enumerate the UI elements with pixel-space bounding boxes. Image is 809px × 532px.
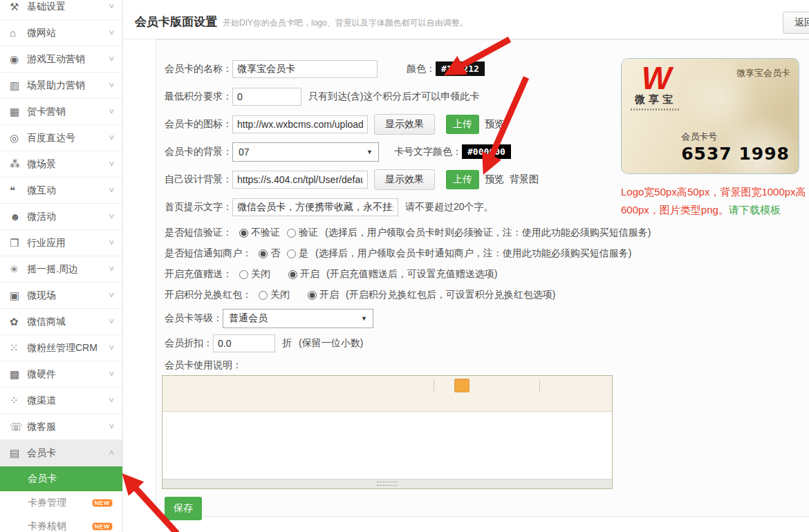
editor-resize-handle[interactable] bbox=[162, 479, 612, 488]
sidebar-item-micro-hardware[interactable]: ▩ 微硬件 ˅ bbox=[0, 361, 122, 388]
name-color-swatch[interactable]: #121212 bbox=[436, 61, 485, 76]
insert-hr-icon[interactable] bbox=[521, 379, 536, 392]
icon-preview-link[interactable]: 预览 bbox=[485, 118, 504, 131]
chevron-icon: ˅ bbox=[109, 369, 114, 379]
back-button[interactable]: 返回 bbox=[783, 12, 809, 34]
bg-show-effect-button[interactable]: 显示效果 bbox=[374, 169, 435, 190]
sidebar-item-micro-website[interactable]: ⌂ 微网站 ˅ bbox=[0, 20, 122, 46]
paste-text-icon[interactable] bbox=[232, 379, 248, 392]
align-center-icon[interactable] bbox=[560, 379, 575, 392]
min-points-input[interactable] bbox=[232, 88, 301, 106]
format-brush-icon[interactable] bbox=[266, 379, 281, 392]
sms-verify-radio-no[interactable] bbox=[239, 229, 248, 238]
sidebar-item-wechat-mall[interactable]: ✿ 微信商城 ˅ bbox=[0, 309, 122, 335]
font-family-icon[interactable] bbox=[332, 379, 347, 392]
paste-word-icon[interactable] bbox=[249, 379, 264, 392]
unlink-icon[interactable] bbox=[216, 395, 231, 408]
sidebar-item-scene-marketing[interactable]: ▥ 场景助力营销 ˅ bbox=[0, 73, 122, 99]
home-tip-input[interactable] bbox=[232, 198, 398, 216]
font-size-icon[interactable] bbox=[348, 379, 364, 392]
ordered-list-icon[interactable] bbox=[166, 395, 181, 408]
apps-icon: ❐ bbox=[10, 237, 27, 249]
table-delete-icon[interactable] bbox=[315, 379, 331, 392]
align-left-icon[interactable] bbox=[543, 379, 559, 392]
recharge-gift-radio-off[interactable] bbox=[239, 270, 248, 279]
recharge-gift-option-on[interactable]: 开启 bbox=[300, 268, 319, 281]
sidebar-item-member-card[interactable]: ▤ 会员卡 ˄ bbox=[0, 440, 122, 466]
points-redpacket-option-off[interactable]: 关闭 bbox=[270, 289, 290, 301]
member-card-icon: ▤ bbox=[10, 447, 27, 459]
format-clear-icon[interactable] bbox=[282, 379, 297, 392]
download-template-link[interactable]: 请下载模板 bbox=[729, 204, 781, 216]
italic-icon[interactable] bbox=[487, 379, 503, 392]
recharge-gift-radio-on[interactable] bbox=[288, 270, 297, 279]
underline-icon[interactable] bbox=[504, 379, 519, 392]
sidebar-item-micro-activity[interactable]: ☻ 微活动 ˅ bbox=[0, 204, 122, 230]
custom-background-input[interactable] bbox=[232, 171, 368, 189]
sidebar-subitem-coupon-verify[interactable]: 卡券核销 NEW bbox=[0, 515, 122, 532]
source-icon[interactable] bbox=[166, 379, 181, 392]
save-button[interactable]: 保存 bbox=[165, 497, 202, 520]
toolbar-separator[interactable] bbox=[539, 379, 540, 392]
sms-notify-option-yes[interactable]: 是 bbox=[299, 247, 308, 260]
sms-notify-option-no[interactable]: 否 bbox=[270, 247, 280, 260]
outdent-icon[interactable] bbox=[415, 379, 430, 392]
superscript-icon[interactable] bbox=[382, 379, 397, 392]
toolbar-separator[interactable] bbox=[434, 379, 434, 392]
copy-icon[interactable] bbox=[216, 379, 231, 392]
editor-toolbar-row1 bbox=[162, 376, 612, 394]
redo-icon[interactable] bbox=[199, 379, 214, 392]
card-level-select[interactable]: 普通会员 ▼ bbox=[223, 309, 373, 328]
points-redpacket-option-on[interactable]: 开启 bbox=[319, 289, 339, 301]
highlight-icon[interactable] bbox=[454, 379, 469, 392]
font-color-icon[interactable] bbox=[438, 379, 453, 392]
card-name-input[interactable] bbox=[232, 60, 378, 78]
sms-notify-radio-yes[interactable] bbox=[287, 249, 296, 258]
sidebar-item-micro-channel[interactable]: ⁘ 微渠道 ˅ bbox=[0, 388, 122, 414]
subscript-icon[interactable] bbox=[365, 379, 380, 392]
undo-icon[interactable] bbox=[183, 379, 198, 392]
sidebar-item-basic-settings[interactable]: ⚒ 基础设置 ˅ bbox=[0, 0, 122, 20]
editor-content[interactable] bbox=[162, 412, 612, 479]
sidebar-item-greeting-card[interactable]: ▦ 贺卡营销 ˅ bbox=[0, 99, 122, 125]
sidebar-item-game-marketing[interactable]: ◉ 游戏互动营销 ˅ bbox=[0, 46, 122, 73]
sidebar-item-baidu-zhida[interactable]: ◎ 百度直达号 ˅ bbox=[0, 125, 122, 151]
card-text-color-swatch[interactable]: #000000 bbox=[462, 144, 511, 159]
sms-verify-option-no[interactable]: 不验证 bbox=[251, 227, 280, 239]
card-icon-input[interactable] bbox=[232, 115, 368, 133]
brand-logo-tagline bbox=[631, 108, 680, 111]
icon-show-effect-button[interactable]: 显示效果 bbox=[374, 114, 435, 135]
sidebar-item-micro-interact[interactable]: ❝ 微互动 ˅ bbox=[0, 178, 122, 204]
points-redpacket-radio-off[interactable] bbox=[259, 291, 268, 300]
bold-icon[interactable] bbox=[471, 379, 486, 392]
sidebar-item-micro-scene[interactable]: ⁂ 微场景 ˅ bbox=[0, 151, 122, 178]
icon-upload-button[interactable]: 上传 bbox=[446, 115, 479, 134]
card-background-select[interactable]: 07 ▼ bbox=[232, 142, 379, 162]
content-header: 会员卡版面设置开始DIY你的会员卡吧，logo、背景以及字体颜色都可以自由调整。… bbox=[124, 0, 809, 39]
recharge-gift-option-off[interactable]: 关闭 bbox=[251, 268, 270, 281]
discount-hint: (保留一位小数) bbox=[299, 337, 363, 350]
sidebar-item-customer-service[interactable]: ☏ 微客服 ˅ bbox=[0, 414, 122, 440]
sidebar-item-industry-apps[interactable]: ❐ 行业应用 ˅ bbox=[0, 230, 122, 256]
home-tip-label: 首页提示文字： bbox=[165, 201, 232, 213]
sidebar-item-micro-live[interactable]: ▣ 微现场 ˅ bbox=[0, 283, 122, 309]
sms-verify-option-yes[interactable]: 验证 bbox=[299, 227, 318, 239]
min-points-label: 最低积分要求： bbox=[165, 91, 232, 103]
sms-verify-radio-yes[interactable] bbox=[287, 229, 296, 238]
discount-input[interactable] bbox=[213, 334, 275, 352]
gamepad-icon: ◉ bbox=[10, 53, 27, 66]
sidebar-subitem-coupon-manage[interactable]: 卡券管理 NEW bbox=[0, 491, 122, 515]
points-redpacket-radio-on[interactable] bbox=[308, 291, 317, 300]
bg-image-link[interactable]: 背景图 bbox=[510, 173, 539, 186]
indent-icon[interactable] bbox=[398, 379, 413, 392]
sidebar-subitem-member-card[interactable]: 会员卡 bbox=[0, 466, 122, 491]
bullet-list-icon[interactable] bbox=[183, 395, 198, 408]
select-icon[interactable] bbox=[299, 379, 314, 392]
sms-notify-radio-no[interactable] bbox=[259, 249, 268, 258]
sidebar-item-shake-nearby[interactable]: ✳ 摇一摇.周边 ˅ bbox=[0, 256, 122, 283]
sidebar-item-fans-crm[interactable]: ⁙ 微粉丝管理CRM ˅ bbox=[0, 335, 122, 361]
align-right-icon[interactable] bbox=[577, 379, 592, 392]
link-icon[interactable] bbox=[199, 395, 214, 408]
bg-preview-link[interactable]: 预览 bbox=[485, 173, 504, 186]
bg-upload-button[interactable]: 上传 bbox=[446, 170, 479, 189]
